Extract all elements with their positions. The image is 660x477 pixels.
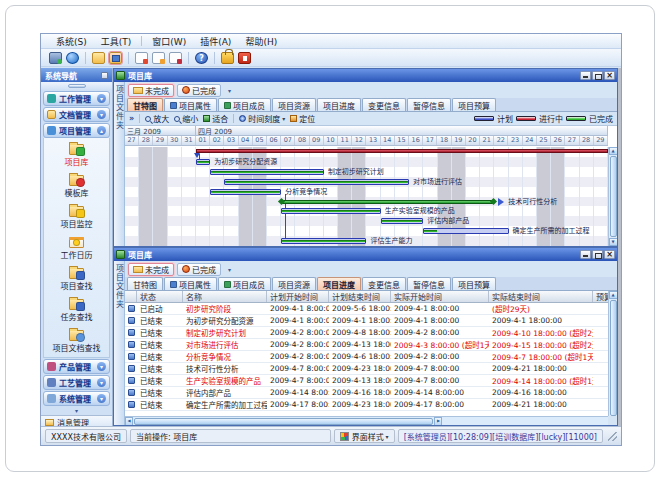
- sidebar-collapse-strip[interactable]: [41, 82, 112, 90]
- report-edit-icon[interactable]: [152, 52, 165, 64]
- sidebar-item-1[interactable]: 模板库: [44, 171, 109, 202]
- scroll-down-arrow[interactable]: ▼: [609, 238, 618, 246]
- column-header-0[interactable]: 状态: [137, 291, 183, 302]
- scroll-up-arrow[interactable]: ▲: [609, 147, 618, 155]
- sidebar-item-4[interactable]: 项目查找: [44, 264, 109, 295]
- sidebar-item-3[interactable]: 工作日历: [44, 233, 109, 264]
- web-icon[interactable]: [66, 52, 79, 64]
- chevron-down-icon[interactable]: ▾: [97, 94, 106, 103]
- tab-table-2[interactable]: 项目成员: [218, 277, 271, 290]
- chevron-up-icon[interactable]: ▴: [97, 126, 106, 135]
- tab-gantt-5[interactable]: 变更信息: [362, 98, 406, 111]
- gantt-task-bar[interactable]: [281, 238, 366, 244]
- menu-item-3[interactable]: 插件(A): [193, 34, 238, 49]
- timescale-button[interactable]: 时间刻度▾: [239, 113, 285, 124]
- filter-complete-button[interactable]: 已完成: [177, 263, 221, 276]
- tab-table-0[interactable]: 甘特图: [127, 277, 163, 290]
- tab-gantt-3[interactable]: 项目资源: [272, 98, 316, 111]
- gantt-vertical-scrollbar[interactable]: ▲ ▼: [608, 147, 617, 246]
- close-button[interactable]: [604, 250, 615, 259]
- ui-style-selector[interactable]: 界面样式 ▾: [334, 429, 395, 443]
- filter-complete-button[interactable]: 已完成: [177, 84, 221, 97]
- gantt-task-bar[interactable]: [224, 179, 409, 185]
- scroll-up-arrow[interactable]: ▲: [609, 291, 618, 299]
- zoom-out-button[interactable]: 缩小: [174, 113, 198, 124]
- sidebar-item-2[interactable]: 项目监控: [44, 202, 109, 233]
- pin-icon[interactable]: [101, 72, 108, 79]
- lock-icon[interactable]: [221, 52, 234, 64]
- restore-button[interactable]: [592, 71, 603, 80]
- sidebar-item-6[interactable]: 项目文档查找: [44, 326, 109, 357]
- scroll-thumb[interactable]: [134, 418, 433, 425]
- scroll-thumb[interactable]: [610, 156, 617, 237]
- table-vertical-scrollbar[interactable]: ▲ ▼: [608, 291, 617, 425]
- close-button[interactable]: [604, 71, 615, 80]
- table-row-5[interactable]: 已结束技术可行性分析2009-4-7 8:00:002009-4-23 18:0…: [125, 363, 608, 375]
- tab-table-3[interactable]: 项目资源: [272, 277, 316, 290]
- scroll-thumb[interactable]: [610, 300, 617, 416]
- filter-overflow-button[interactable]: ▾: [226, 87, 233, 94]
- fit-button[interactable]: 适合: [203, 113, 228, 124]
- sidebar-group-1[interactable]: 文档管理▾: [43, 107, 110, 122]
- column-header-5[interactable]: 实际结束时间: [489, 291, 593, 302]
- gantt-window-titlebar[interactable]: 项目库: [114, 69, 617, 82]
- menu-item-4[interactable]: 帮助(H): [238, 34, 284, 49]
- menu-item-0[interactable]: 系统(S): [49, 34, 94, 49]
- scroll-left-arrow[interactable]: ◀: [125, 417, 133, 426]
- filter-incomplete-button[interactable]: 未完成: [128, 84, 174, 97]
- column-header-2[interactable]: 计划开始时间: [267, 291, 329, 302]
- locate-button[interactable]: 定位: [290, 113, 315, 124]
- table-row-1[interactable]: 已结束为初步研究分配资源2009-4-1 8:00:002009-4-1 18:…: [125, 315, 608, 327]
- resize-grip[interactable]: [608, 432, 617, 441]
- table-row-7[interactable]: 已结束评估内部产品2009-4-14 8:00:002009-4-16 18:0…: [125, 387, 608, 399]
- tab-table-5[interactable]: 变更信息: [362, 277, 406, 290]
- tab-gantt-6[interactable]: 暂停信息: [407, 98, 451, 111]
- menu-item-2[interactable]: 窗口(W): [145, 34, 193, 49]
- toolbar-overflow-button[interactable]: »: [129, 114, 134, 123]
- table-row-6[interactable]: 已结束生产实验室规模的产品2009-4-7 8:00:002009-4-13 1…: [125, 375, 608, 387]
- chevron-down-icon[interactable]: ▾: [97, 394, 106, 403]
- gantt-task-bar[interactable]: [423, 228, 508, 234]
- report-red-icon[interactable]: [135, 52, 148, 64]
- column-header-6[interactable]: 预算: [593, 291, 608, 302]
- column-header-4[interactable]: 实际开始时间: [391, 291, 489, 302]
- minimize-button[interactable]: [580, 250, 591, 259]
- sidebar-group-5[interactable]: 系统管理▾: [43, 391, 110, 406]
- table-horizontal-scrollbar[interactable]: ◀ ▶: [125, 416, 608, 425]
- gantt-task-bar[interactable]: [210, 169, 324, 175]
- sidebar-group-3[interactable]: 产品管理▾: [43, 359, 110, 374]
- chevron-down-icon[interactable]: ▾: [97, 362, 106, 371]
- tab-gantt-7[interactable]: 项目预算: [452, 98, 496, 111]
- tab-table-4[interactable]: 项目进度: [317, 277, 361, 290]
- side-strip-project-folder[interactable]: 项目文件夹: [114, 261, 125, 425]
- gantt-task-bar[interactable]: [281, 208, 380, 214]
- tab-gantt-0[interactable]: 甘特图: [127, 98, 163, 111]
- column-header-3[interactable]: 计划结束时间: [329, 291, 391, 302]
- table-row-0[interactable]: 已启动初步研究阶段2009-4-1 8:00:002009-5-6 18:00:…: [125, 303, 608, 315]
- sidebar-group-4[interactable]: 工艺管理▾: [43, 375, 110, 390]
- tab-table-7[interactable]: 项目预算: [452, 277, 496, 290]
- folder-icon[interactable]: [92, 52, 105, 64]
- folder-window-icon[interactable]: [109, 52, 122, 64]
- gantt-project-bar[interactable]: [196, 149, 608, 153]
- sidebar-group-0[interactable]: 工作管理▾: [43, 91, 110, 106]
- zoom-in-button[interactable]: 放大: [145, 113, 169, 124]
- table-row-2[interactable]: 已结束制定初步研究计划2009-4-2 8:00:002009-4-8 18:0…: [125, 327, 608, 339]
- gantt-task-bar[interactable]: [381, 218, 424, 224]
- minimize-button[interactable]: [580, 71, 591, 80]
- restore-button[interactable]: [592, 250, 603, 259]
- report-del-icon[interactable]: [169, 52, 182, 64]
- sidebar-item-5[interactable]: 任务查找: [44, 295, 109, 326]
- exit-icon[interactable]: [238, 52, 251, 64]
- side-strip-project-folder[interactable]: 项目文件夹: [114, 82, 125, 246]
- sidebar-overflow[interactable]: ▾: [41, 406, 112, 415]
- filter-incomplete-button[interactable]: 未完成: [128, 263, 174, 276]
- table-window-titlebar[interactable]: 项目库: [114, 248, 617, 261]
- tab-gantt-2[interactable]: 项目成员: [218, 98, 271, 111]
- tab-table-1[interactable]: 项目属性: [164, 277, 217, 290]
- column-header-1[interactable]: 名称: [183, 291, 267, 302]
- table-row-3[interactable]: 已结束对市场进行评估2009-4-2 8:00:002009-4-13 18:0…: [125, 339, 608, 351]
- table-row-4[interactable]: 已结束分析竞争情况2009-4-2 8:00:002009-4-6 18:00:…: [125, 351, 608, 363]
- tab-gantt-1[interactable]: 项目属性: [164, 98, 217, 111]
- filter-overflow-button[interactable]: ▾: [226, 266, 233, 273]
